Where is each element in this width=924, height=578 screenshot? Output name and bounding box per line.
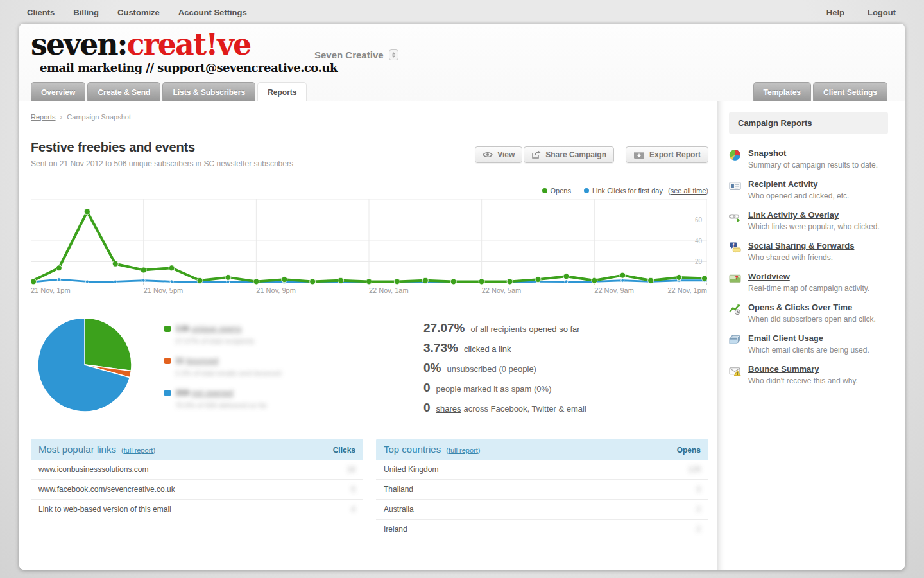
pie-legend: 136 unique opens27.07% of total recipien… [164,316,281,421]
title-row: Festive freebies and events Sent on 21 N… [31,140,708,168]
pie-legend-redacted-text: 11 bounced [175,356,218,365]
svg-text:22 Nov, 1am: 22 Nov, 1am [369,286,409,294]
svg-text:22 Nov, 5am: 22 Nov, 5am [482,286,522,294]
opens-clicks-line-chart: 20406021 Nov, 1pm21 Nov, 5pm21 Nov, 9pm2… [31,199,708,299]
stat-value: 0 [424,401,431,415]
tables-row: Most popular links (full report) Clicks … [31,439,708,539]
tab-client-settings[interactable]: Client Settings [813,82,887,101]
sidebar-item-snapshot[interactable]: SnapshotSummary of campaign results to d… [729,148,888,170]
pie-legend-link[interactable]: not opened [191,388,233,398]
popular-link-row-label: www.iconbusinesssolutions.com [38,465,148,474]
sidebar-item-opens-clicks-over-time[interactable]: Opens & Clicks Over TimeWhen did subscri… [729,302,888,324]
top-countries-header: Top countries (full report) Opens [376,439,708,460]
sidebar-item-email-client-usage[interactable]: Email Client UsageWhich email clients ar… [729,333,888,355]
country-row-value-redacted: 129 [688,465,701,474]
tab-reports[interactable]: Reports [257,82,307,101]
breadcrumb: Reports › Campaign Snapshot [31,113,708,121]
breadcrumb-current: Campaign Snapshot [67,113,131,121]
top-nav-link-help[interactable]: Help [826,8,844,17]
pie-legend-swatch [164,358,171,364]
sidebar-item-title: Email Client Usage [748,333,869,343]
tab-create-send[interactable]: Create & Send [87,82,160,101]
stat-link[interactable]: opened so far [529,324,580,334]
pie-legend-link[interactable]: unique opens [191,324,241,333]
sidebar-item-description: Real-time map of campaign activity. [748,284,869,293]
pie-legend-subtext: 70.9% of 506 delivered so far [175,401,281,409]
sidebar-item-bounce-summary[interactable]: !Bounce SummaryWho didn't receive this a… [729,364,888,385]
client-selector-label: Seven Creative [314,49,384,60]
sidebar-item-link-recipient-activity[interactable]: Recipient Activity [748,179,818,189]
pie-and-stats-section: 136 unique opens27.07% of total recipien… [31,316,708,421]
sidebar-items: SnapshotSummary of campaign results to d… [729,148,888,385]
export-icon [633,150,645,159]
country-row: Thailand3 [376,480,708,500]
tab-lists-subscribers[interactable]: Lists & Subscribers [162,82,255,101]
top-nav-link-clients[interactable]: Clients [27,8,55,17]
breadcrumb-reports-link[interactable]: Reports [31,113,56,121]
top-nav-link-account-settings[interactable]: Account Settings [178,8,247,17]
pie-legend-line1: 11 bounced [164,356,281,365]
opens-clicks-chart-icon [729,302,741,324]
top-nav-right: HelpLogout [803,8,896,17]
country-row: United Kingdom129 [376,460,708,480]
pie-legend-item: 11 bounced2.2% of total emails sent boun… [164,356,281,377]
sidebar-item-text: Social Sharing & ForwardsWho shared with… [748,241,854,262]
popular-link-row-value-redacted: 5 [351,485,355,494]
top-nav-left: ClientsBillingCustomizeAccount Settings [27,8,266,17]
sidebar-item-link-worldview[interactable]: Worldview [748,272,790,281]
tab-overview[interactable]: Overview [31,82,85,101]
view-share-button-group: View Share Campaign [475,146,614,163]
sidebar-item-title: Social Sharing & Forwards [748,241,854,250]
popular-link-row: www.iconbusinesssolutions.com18 [31,460,363,480]
sidebar-item-recipient-activity[interactable]: Recipient ActivityWho opened and clicked… [729,179,888,200]
popular-link-row-value-redacted: 18 [347,465,355,474]
country-row-label: United Kingdom [384,465,438,474]
country-row: Ireland2 [376,520,708,539]
share-icon [531,150,541,159]
share-campaign-button[interactable]: Share Campaign [524,146,614,163]
top-nav: ClientsBillingCustomizeAccount Settings … [0,0,924,24]
sidebar-item-worldview[interactable]: WorldviewReal-time map of campaign activ… [729,272,888,293]
card-header: seven:creat!ve email marketing // suppor… [19,24,905,101]
top-nav-link-billing[interactable]: Billing [73,8,99,17]
export-report-button[interactable]: Export Report [626,146,708,163]
countries-full-report-link[interactable]: full report [449,446,478,454]
popular-links-title: Most popular links [38,444,116,455]
pie-legend-link[interactable]: bounced [186,356,218,365]
popular-link-row-label: Link to web-based version of this email [38,505,171,514]
sidebar-item-link-bounce-summary[interactable]: Bounce Summary [748,364,819,374]
links-full-report-link[interactable]: full report [124,446,153,454]
client-selector[interactable]: Seven Creative [314,49,398,60]
pie-legend-line1: 359 not opened [164,388,281,398]
sidebar-item-text: Email Client UsageWhich email clients ar… [748,333,869,355]
stat-link[interactable]: shares [436,404,461,414]
sidebar-item-link-link-activity-overlay[interactable]: Link Activity & Overlay [748,210,839,220]
sidebar-item-text: WorldviewReal-time map of campaign activ… [748,272,869,293]
sidebar-item-description: Who shared with friends. [748,253,854,262]
opens-dot-icon [542,188,547,193]
app-card: seven:creat!ve email marketing // suppor… [19,24,905,570]
pie-legend-count: 359 [175,388,191,398]
popular-link-row: www.facebook.com/sevencreative.co.uk5 [31,480,363,500]
stat-link[interactable]: clicked a link [464,344,511,354]
sidebar-item-link-activity-overlay[interactable]: Link Activity & OverlayWhich links were … [729,210,888,231]
tab-templates[interactable]: Templates [753,82,811,101]
sidebar-item-link-social-sharing-forwards[interactable]: Social Sharing & Forwards [748,241,854,250]
client-selector-stepper-icon[interactable] [389,49,398,60]
country-row-label: Thailand [384,485,413,494]
see-all-time-link[interactable]: see all time [671,187,706,195]
sidebar-item-link-email-client-usage[interactable]: Email Client Usage [748,333,823,343]
sidebar-item-social-sharing-forwards[interactable]: fSocial Sharing & ForwardsWho shared wit… [729,241,888,262]
sidebar-item-title: Bounce Summary [748,364,858,374]
view-button[interactable]: View [475,146,522,163]
top-nav-link-logout[interactable]: Logout [868,8,896,17]
pie-block: 136 unique opens27.07% of total recipien… [31,316,389,421]
logo-text: seven:creat!ve [31,29,891,60]
stat-row: 27.07%of all recipientsopened so far [424,321,589,335]
stat-text: of all recipients [470,324,526,334]
sidebar-item-link-opens-clicks-over-time[interactable]: Opens & Clicks Over Time [748,302,852,312]
title-block: Festive freebies and events Sent on 21 N… [31,140,293,168]
sidebar-item-title: Recipient Activity [748,179,849,189]
top-nav-link-customize[interactable]: Customize [117,8,160,17]
country-row-value-redacted: 2 [696,505,701,514]
